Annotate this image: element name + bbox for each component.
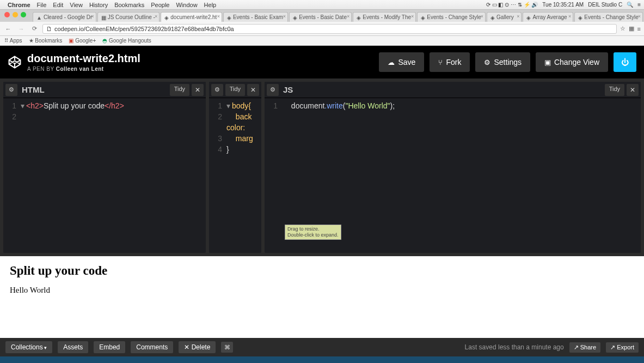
preview-text: Hello World — [10, 286, 634, 295]
settings-button[interactable]: ⚙Settings — [475, 52, 530, 72]
css-code-editor[interactable]: 1▾body{ 2 back color: 3 marg 4} — [209, 98, 261, 157]
close-tab-icon[interactable]: × — [411, 14, 414, 19]
address-bar[interactable]: 🗋 codepen.io/ColleenEMc/pen/5925723692b9… — [42, 24, 617, 34]
zoom-window-icon[interactable] — [21, 12, 26, 17]
output-preview: Split up your code Hello World — [0, 256, 644, 338]
embed-button[interactable]: Embed — [94, 341, 125, 353]
codepen-logo-icon[interactable] — [8, 55, 22, 69]
tidy-button[interactable]: Tidy — [225, 84, 245, 96]
favicon-icon: ▦ — [101, 15, 106, 20]
close-window-icon[interactable] — [4, 12, 10, 17]
close-tab-icon[interactable]: × — [155, 14, 157, 19]
pane-settings-button[interactable]: ⚙ — [5, 84, 17, 96]
menu-people[interactable]: People — [151, 2, 169, 8]
browser-tab[interactable]: ◈Events - Modify The× — [353, 12, 416, 22]
url-text: codepen.io/ColleenEMc/pen/5925723692b918… — [54, 26, 234, 32]
html-editor-pane: ⚙ HTML Tidy ✕ 1▾<h2>Split up your code</… — [3, 82, 206, 253]
browser-tab[interactable]: ▲Cleared - Google Dr× — [33, 12, 96, 22]
apps-shortcut[interactable]: ⠿ Apps — [4, 38, 22, 44]
menu-window[interactable]: Window — [176, 2, 197, 8]
preview-heading: Split up your code — [10, 264, 634, 278]
collapse-pane-button[interactable]: ✕ — [192, 84, 204, 96]
pane-title: HTML — [22, 85, 45, 94]
collections-button[interactable]: Collections — [5, 341, 52, 353]
browser-tab[interactable]: ◈Gallery× — [487, 12, 522, 22]
forward-button[interactable]: → — [16, 26, 26, 32]
extension-icon[interactable]: ▦ — [629, 25, 634, 32]
menubar-clock: Tue 10:35:21 AM — [542, 2, 584, 8]
favicon-icon: ▲ — [36, 15, 42, 20]
app-name[interactable]: Chrome — [8, 2, 30, 8]
bookmark-item[interactable]: ★ Bookmarks — [29, 38, 63, 44]
hamburger-icon[interactable]: ≡ — [637, 26, 641, 32]
menu-view[interactable]: View — [70, 2, 83, 8]
resize-tooltip: Drag to resize.Double-click to expand. — [285, 225, 341, 240]
browser-tab[interactable]: ▦JS Course Outline -× — [97, 12, 160, 22]
status-icons: ⟳ ▭ ◧ ⊙ ⋯ ⇅ ⚡ 🔊 — [486, 2, 538, 8]
menu-icon[interactable]: ≡ — [637, 2, 641, 8]
close-tab-icon[interactable]: × — [638, 14, 641, 19]
bookmark-item[interactable]: ◓ Google Hangouts — [102, 38, 151, 44]
browser-tab[interactable]: ◈Events - Change Style× — [574, 12, 643, 22]
star-icon[interactable]: ☆ — [620, 25, 625, 32]
comments-button[interactable]: Comments — [131, 341, 173, 353]
collapse-pane-button[interactable]: ✕ — [627, 84, 639, 96]
menu-file[interactable]: File — [37, 2, 47, 8]
tidy-button[interactable]: Tidy — [605, 84, 624, 96]
browser-tabstrip: ▲Cleared - Google Dr× ▦JS Course Outline… — [0, 10, 644, 22]
author-link[interactable]: Colleen van Lent — [56, 66, 104, 72]
browser-tab[interactable]: ◈document-write2.ht× — [161, 12, 222, 22]
keyboard-shortcuts-button[interactable]: ⌘ — [221, 342, 233, 353]
spotlight-icon[interactable]: 🔍 — [627, 2, 633, 8]
codepen-header: document-write2.html A PEN BY Colleen va… — [0, 46, 644, 78]
share-button[interactable]: ↗ Share — [569, 342, 600, 353]
save-status: Last saved less than a minute ago — [465, 343, 564, 351]
close-tab-icon[interactable]: × — [217, 14, 220, 19]
change-view-button[interactable]: ▣Change View — [536, 52, 608, 72]
codepen-footer: Collections Assets Embed Comments ✕ Dele… — [0, 338, 644, 356]
window-controls[interactable] — [4, 12, 26, 17]
power-icon: ⏻ — [621, 58, 629, 66]
assets-button[interactable]: Assets — [58, 341, 88, 353]
favicon-icon: ◈ — [526, 15, 531, 20]
browser-tab[interactable]: ◈Array Average× — [523, 12, 573, 22]
minimize-window-icon[interactable] — [13, 12, 18, 17]
menu-bookmarks[interactable]: Bookmarks — [114, 2, 144, 8]
menu-history[interactable]: History — [89, 2, 108, 8]
reload-button[interactable]: ⟳ — [29, 25, 39, 32]
browser-tab[interactable]: ◈Events - Basic Exam× — [223, 12, 288, 22]
export-button[interactable]: ↗ Export — [606, 342, 639, 353]
delete-button[interactable]: ✕ Delete — [179, 341, 216, 353]
pane-settings-button[interactable]: ⚙ — [267, 84, 279, 96]
close-tab-icon[interactable]: × — [91, 14, 94, 19]
fork-button[interactable]: ⑂Fork — [430, 52, 470, 72]
favicon-icon: ◈ — [421, 15, 425, 20]
browser-tab[interactable]: ◈Events - Basic Date× — [289, 12, 352, 22]
close-tab-icon[interactable]: × — [568, 14, 571, 19]
close-tab-icon[interactable]: × — [481, 14, 483, 19]
favicon-icon: ◈ — [357, 15, 361, 20]
profile-button[interactable]: ⏻ — [614, 52, 636, 72]
menu-edit[interactable]: Edit — [53, 2, 63, 8]
close-tab-icon[interactable]: × — [347, 14, 349, 19]
favicon-icon: ◈ — [227, 15, 231, 20]
editor-row: CSS ⚙ HTML Tidy ✕ 1▾<h2>Split up your co… — [0, 78, 644, 256]
tidy-button[interactable]: Tidy — [170, 84, 189, 96]
pane-settings-button[interactable]: ⚙ — [211, 84, 223, 96]
collapse-pane-button[interactable]: ✕ — [247, 84, 259, 96]
favicon-icon: ◈ — [578, 15, 582, 20]
menu-help[interactable]: Help — [204, 2, 217, 8]
bookmark-item[interactable]: ▣ Google+ — [69, 38, 96, 44]
js-code-editor[interactable]: 1 document.write("Hello World"); — [265, 98, 641, 113]
save-button[interactable]: ☁Save — [379, 52, 424, 72]
browser-toolbar: ← → ⟳ 🗋 codepen.io/ColleenEMc/pen/592572… — [0, 22, 644, 36]
layout-icon: ▣ — [544, 58, 551, 66]
close-tab-icon[interactable]: × — [283, 14, 286, 19]
html-code-editor[interactable]: 1▾<h2>Split up your code</h2> 2 — [3, 98, 206, 124]
browser-tab[interactable]: ◈Events - Change Style× — [417, 12, 486, 22]
close-tab-icon[interactable]: × — [517, 14, 519, 19]
gear-icon: ⚙ — [484, 58, 490, 66]
back-button[interactable]: ← — [3, 26, 13, 32]
pen-title[interactable]: document-write2.html — [27, 52, 140, 65]
css-editor-pane: ⚙ Tidy ✕ 1▾body{ 2 back color: 3 marg 4} — [209, 82, 261, 253]
